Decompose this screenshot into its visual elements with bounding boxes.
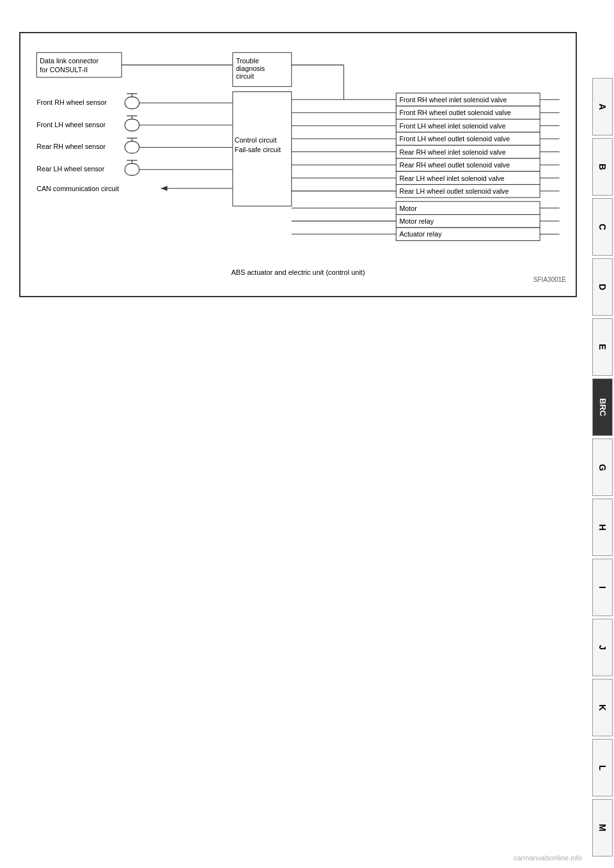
svg-text:diagnosis: diagnosis (236, 65, 265, 72)
tab-m[interactable]: M (592, 799, 613, 856)
tab-c[interactable]: C (592, 198, 613, 256)
svg-text:circuit: circuit (236, 72, 254, 80)
svg-text:Rear LH wheel outlet solenoid : Rear LH wheel outlet solenoid valve (399, 187, 508, 195)
tab-i[interactable]: I (592, 559, 613, 616)
svg-text:Rear LH wheel inlet solenoid v: Rear LH wheel inlet solenoid valve (399, 174, 504, 182)
svg-rect-19 (125, 141, 139, 153)
svg-text:Rear RH wheel inlet solenoid v: Rear RH wheel inlet solenoid valve (399, 148, 505, 156)
tab-b[interactable]: B (592, 138, 613, 196)
svg-text:Motor: Motor (399, 205, 417, 212)
footer-watermark: carmanualsonline.info (514, 854, 582, 862)
diagram-container: Data link connector for CONSULT-II Troub… (19, 32, 577, 297)
svg-rect-9 (125, 97, 139, 109)
svg-text:Control circuit: Control circuit (235, 136, 277, 144)
svg-text:CAN communication circuit: CAN communication circuit (36, 185, 119, 192)
tab-e[interactable]: E (592, 318, 613, 376)
svg-text:Rear RH wheel outlet solenoid : Rear RH wheel outlet solenoid valve (399, 161, 510, 169)
diagram-caption: ABS actuator and electric unit (control … (30, 268, 566, 276)
svg-text:Actuator relay: Actuator relay (399, 230, 442, 238)
svg-marker-30 (161, 186, 167, 191)
svg-text:Front RH wheel sensor: Front RH wheel sensor (36, 98, 107, 106)
svg-text:Data link connector: Data link connector (40, 57, 98, 65)
tab-l[interactable]: L (592, 739, 613, 796)
side-tabs: A B C D E BRC G H I J K L M (591, 0, 614, 868)
svg-rect-67 (396, 201, 540, 214)
svg-text:Motor relay: Motor relay (399, 217, 434, 225)
diagram-svg: Data link connector for CONSULT-II Troub… (30, 46, 566, 261)
tab-brc[interactable]: BRC (592, 378, 613, 436)
svg-text:Rear RH wheel sensor: Rear RH wheel sensor (36, 143, 106, 150)
svg-text:Front RH wheel inlet solenoid : Front RH wheel inlet solenoid valve (399, 96, 507, 104)
svg-text:Front LH wheel sensor: Front LH wheel sensor (36, 121, 106, 128)
svg-rect-14 (125, 119, 139, 130)
tab-g[interactable]: G (592, 438, 613, 496)
tab-h[interactable]: H (592, 499, 613, 556)
main-content: Data link connector for CONSULT-II Troub… (0, 0, 590, 323)
svg-text:Fail-safe circuit: Fail-safe circuit (235, 146, 281, 153)
svg-rect-24 (125, 164, 139, 175)
tab-a[interactable]: A (592, 78, 613, 136)
figure-id: SFIA3001E (30, 276, 566, 283)
tab-j[interactable]: J (592, 619, 613, 676)
svg-text:for CONSULT-II: for CONSULT-II (40, 66, 88, 74)
svg-text:Front LH wheel outlet solenoid: Front LH wheel outlet solenoid valve (399, 135, 510, 143)
svg-text:Rear LH wheel sensor: Rear LH wheel sensor (36, 165, 104, 173)
watermark-text: carmanualsonline.info (514, 854, 582, 862)
caption-text: ABS actuator and electric unit (control … (231, 268, 365, 276)
svg-text:Front RH wheel outlet solenoid: Front RH wheel outlet solenoid valve (399, 109, 511, 116)
svg-text:Front LH wheel inlet solenoid : Front LH wheel inlet solenoid valve (399, 122, 505, 130)
tab-d[interactable]: D (592, 258, 613, 316)
svg-text:Trouble: Trouble (236, 57, 259, 65)
tab-k[interactable]: K (592, 679, 613, 736)
